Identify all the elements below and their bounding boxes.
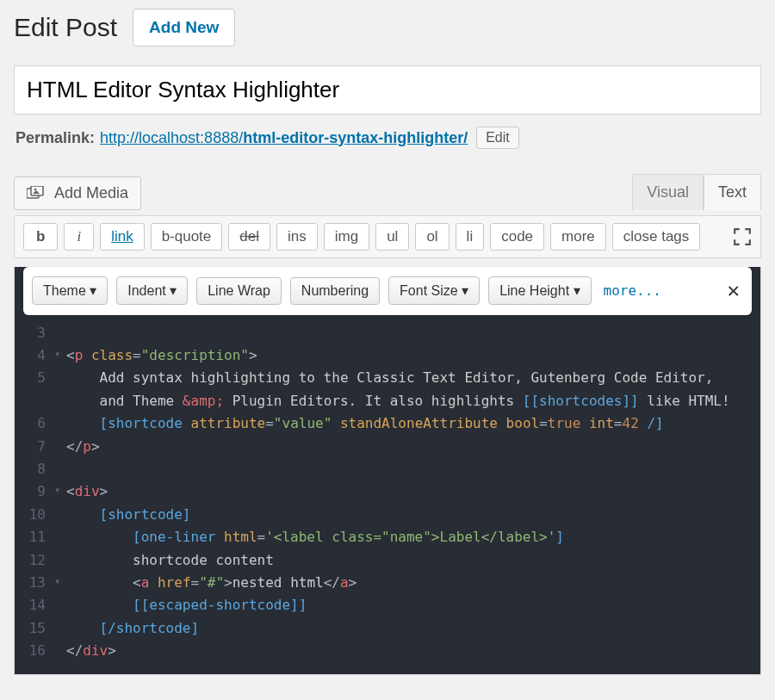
settings-close-icon[interactable]: ✕ <box>724 274 743 308</box>
qt-bquote-button[interactable]: b-quote <box>151 223 223 251</box>
code-line[interactable]: 16</div> <box>15 640 760 662</box>
qt-ul-button[interactable]: ul <box>375 223 409 251</box>
permalink-row: Permalink: http://localhost:8888/html-ed… <box>14 127 761 149</box>
fold-icon <box>54 436 66 458</box>
qt-del-button[interactable]: del <box>228 223 270 251</box>
theme-dropdown[interactable]: Theme ▾ <box>32 276 108 305</box>
code-content[interactable]: [[escaped-shortcode]] <box>66 594 760 616</box>
code-line[interactable]: 3 <box>15 322 760 344</box>
fold-icon <box>54 526 66 548</box>
qt-img-button[interactable]: img <box>324 223 369 251</box>
quicktags-toolbar: b i link b-quote del ins img ul ol li co… <box>14 215 761 258</box>
code-content[interactable]: Add syntax highlighting to the Classic T… <box>66 367 760 389</box>
fold-icon <box>54 504 66 526</box>
code-content[interactable]: </div> <box>66 640 760 662</box>
code-content[interactable]: </p> <box>66 436 760 458</box>
numbering-button[interactable]: Numbering <box>290 277 380 305</box>
line-number: 3 <box>15 322 54 344</box>
svg-point-2 <box>34 188 37 190</box>
line-number: 9 <box>15 480 54 503</box>
fold-icon <box>54 594 66 616</box>
permalink-slug: html-editor-syntax-highlighter/ <box>243 129 468 146</box>
fold-icon <box>54 322 66 344</box>
fold-icon <box>54 458 66 480</box>
fold-icon[interactable]: ▾ <box>54 344 66 367</box>
permalink-edit-button[interactable]: Edit <box>476 127 519 149</box>
code-line[interactable]: 6 [shortcode attribute="value" standAlon… <box>15 412 760 435</box>
svg-rect-1 <box>31 186 43 195</box>
code-content[interactable]: <div> <box>66 480 760 503</box>
fold-icon <box>54 640 66 662</box>
qt-more-button[interactable]: more <box>550 223 606 251</box>
qt-italic-button[interactable]: i <box>64 223 94 251</box>
fold-icon <box>54 367 66 389</box>
media-icon <box>27 186 46 201</box>
line-number: 4 <box>15 344 54 367</box>
code-editor[interactable]: Theme ▾ Indent ▾ Line Wrap Numbering Fon… <box>14 267 761 675</box>
permalink-label: Permalink: <box>16 129 95 147</box>
code-content[interactable] <box>66 458 760 480</box>
code-line[interactable]: 8 <box>15 458 760 480</box>
line-number: 8 <box>15 458 54 480</box>
fontsize-dropdown[interactable]: Font Size ▾ <box>388 276 480 305</box>
qt-code-button[interactable]: code <box>490 223 544 251</box>
line-number: 10 <box>15 504 54 526</box>
indent-dropdown[interactable]: Indent ▾ <box>116 276 188 305</box>
code-line[interactable]: 10 [shortcode] <box>15 504 760 526</box>
qt-link-button[interactable]: link <box>100 223 145 251</box>
line-number: 13 <box>15 572 54 594</box>
post-title-input[interactable] <box>14 65 761 115</box>
fold-icon[interactable]: ▾ <box>54 480 66 503</box>
line-number: 15 <box>15 617 54 640</box>
code-content[interactable] <box>66 322 760 344</box>
code-line[interactable]: 12 shortcode content <box>15 549 760 572</box>
qt-li-button[interactable]: li <box>456 223 485 251</box>
code-line[interactable]: 9▾<div> <box>15 480 760 503</box>
line-number: 12 <box>15 549 54 572</box>
qt-closetags-button[interactable]: close tags <box>612 223 701 251</box>
code-lines[interactable]: 34▾<p class="description">5 Add syntax h… <box>15 322 760 663</box>
editor-settings-bar: Theme ▾ Indent ▾ Line Wrap Numbering Fon… <box>23 267 752 315</box>
code-content[interactable]: and Theme &amp; Plugin Editors. It also … <box>66 390 760 412</box>
code-line[interactable]: 4▾<p class="description"> <box>15 344 760 367</box>
code-line[interactable]: 14 [[escaped-shortcode]] <box>15 594 760 616</box>
add-new-button[interactable]: Add New <box>133 9 235 46</box>
line-number: 11 <box>15 526 54 548</box>
add-media-button[interactable]: Add Media <box>14 177 141 210</box>
code-content[interactable]: [shortcode] <box>66 504 760 526</box>
line-number: 5 <box>15 367 54 389</box>
code-content[interactable]: [/shortcode] <box>66 617 760 640</box>
linewrap-button[interactable]: Line Wrap <box>196 277 282 305</box>
permalink-link[interactable]: http://localhost:8888/html-editor-syntax… <box>100 129 468 147</box>
fold-icon <box>54 617 66 640</box>
qt-ol-button[interactable]: ol <box>415 223 449 251</box>
code-line[interactable]: 11 [one-liner html='<label class="name">… <box>15 526 760 548</box>
qt-bold-button[interactable]: b <box>23 223 58 251</box>
code-content[interactable]: <a href="#">nested html</a> <box>66 572 760 594</box>
tab-text[interactable]: Text <box>704 174 761 211</box>
fullscreen-icon[interactable] <box>733 227 752 246</box>
code-line[interactable]: 13▾ <a href="#">nested html</a> <box>15 572 760 594</box>
line-number: 16 <box>15 640 54 662</box>
page-title: Edit Post <box>14 13 117 42</box>
code-content[interactable]: [shortcode attribute="value" standAloneA… <box>66 412 760 435</box>
settings-more-link[interactable]: more... <box>604 280 661 302</box>
code-line[interactable]: 7</p> <box>15 436 760 458</box>
fold-icon[interactable]: ▾ <box>54 572 66 594</box>
code-content[interactable]: <p class="description"> <box>66 344 760 367</box>
permalink-base: http://localhost:8888/ <box>100 129 243 146</box>
tab-visual[interactable]: Visual <box>632 174 704 210</box>
code-line-continuation[interactable]: and Theme &amp; Plugin Editors. It also … <box>15 390 760 412</box>
editor-mode-tabs: Visual Text <box>632 173 761 210</box>
lineheight-dropdown[interactable]: Line Height ▾ <box>488 276 591 305</box>
line-number: 7 <box>15 436 54 458</box>
code-line[interactable]: 5 Add syntax highlighting to the Classic… <box>15 367 760 389</box>
add-media-label: Add Media <box>54 184 128 202</box>
code-line[interactable]: 15 [/shortcode] <box>15 617 760 640</box>
code-content[interactable]: [one-liner html='<label class="name">Lab… <box>66 526 760 548</box>
fold-icon <box>54 549 66 572</box>
code-content[interactable]: shortcode content <box>66 549 760 572</box>
fold-icon <box>54 412 66 435</box>
qt-ins-button[interactable]: ins <box>276 223 318 251</box>
line-number: 14 <box>15 594 54 616</box>
